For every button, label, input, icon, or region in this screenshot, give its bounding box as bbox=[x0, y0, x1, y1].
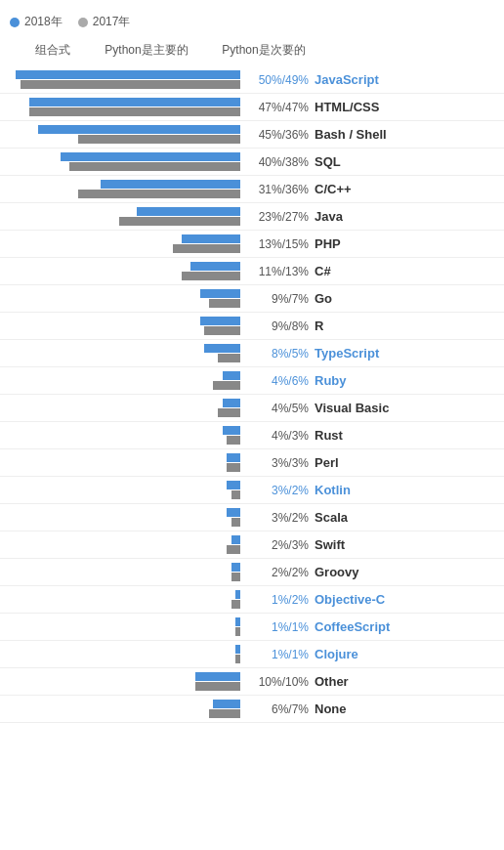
pct-label: 31%/36% bbox=[244, 183, 315, 196]
bar-wrapper bbox=[38, 125, 240, 144]
lang-label: Ruby bbox=[315, 373, 412, 388]
lang-label: Rust bbox=[315, 428, 412, 443]
bar-secondary-2017 bbox=[227, 436, 240, 445]
lang-label: PHP bbox=[315, 236, 412, 251]
table-row: 8%/5% TypeScript bbox=[0, 340, 504, 367]
bar-secondary-2017 bbox=[173, 244, 240, 253]
bar-primary-2018 bbox=[227, 508, 240, 517]
bar-primary-2018 bbox=[38, 125, 240, 134]
table-row: 3%/2% Kotlin bbox=[0, 477, 504, 504]
bar-wrapper bbox=[200, 317, 240, 335]
bar-secondary-2017 bbox=[195, 682, 240, 691]
pct-label: 1%/2% bbox=[244, 593, 315, 607]
pct-label: 3%/2% bbox=[244, 511, 315, 525]
bar-container bbox=[10, 481, 244, 499]
bar-wrapper bbox=[227, 508, 240, 527]
lang-label: Objective-C bbox=[315, 592, 412, 607]
table-row: 2%/2% Groovy bbox=[0, 559, 504, 586]
bar-container bbox=[10, 563, 244, 581]
bar-primary-2018 bbox=[61, 152, 240, 161]
table-row: 3%/3% Perl bbox=[0, 449, 504, 477]
lang-label: None bbox=[315, 701, 412, 716]
bar-primary-2018 bbox=[223, 399, 240, 407]
lang-label: Other bbox=[315, 674, 412, 689]
table-row: 13%/15% PHP bbox=[0, 231, 504, 258]
bar-container bbox=[10, 672, 244, 691]
pct-label: 4%/5% bbox=[244, 402, 315, 415]
bar-secondary-2017 bbox=[235, 655, 240, 663]
bar-container bbox=[10, 125, 244, 144]
pct-label: 40%/38% bbox=[244, 155, 315, 169]
bar-wrapper bbox=[231, 563, 240, 581]
bar-primary-2018 bbox=[213, 700, 240, 708]
pct-label: 9%/7% bbox=[244, 292, 315, 306]
bar-wrapper bbox=[213, 371, 240, 390]
bar-container bbox=[10, 317, 244, 335]
bar-wrapper bbox=[235, 617, 240, 636]
bar-secondary-2017 bbox=[209, 709, 240, 718]
pct-label: 50%/49% bbox=[244, 73, 315, 87]
bar-container bbox=[10, 617, 244, 636]
bar-primary-2018 bbox=[227, 481, 240, 489]
legend-dot-2017 bbox=[78, 18, 88, 27]
bar-primary-2018 bbox=[16, 70, 240, 79]
bar-secondary-2017 bbox=[231, 573, 240, 581]
table-row: 4%/5% Visual Basic bbox=[0, 395, 504, 422]
bar-primary-2018 bbox=[190, 262, 240, 271]
lang-label: Scala bbox=[315, 510, 412, 525]
bar-wrapper bbox=[227, 535, 240, 554]
lang-label: TypeScript bbox=[315, 346, 412, 361]
bar-primary-2018 bbox=[235, 590, 240, 599]
pct-label: 3%/3% bbox=[244, 456, 315, 470]
bar-wrapper bbox=[204, 344, 240, 362]
header-primary: Python是主要的 bbox=[88, 42, 205, 59]
bar-wrapper bbox=[29, 98, 240, 116]
header-secondary: Python是次要的 bbox=[205, 42, 322, 59]
legend-dot-2018 bbox=[10, 18, 20, 27]
bar-container bbox=[10, 207, 244, 226]
pct-label: 6%/7% bbox=[244, 702, 315, 716]
lang-label: SQL bbox=[315, 154, 412, 169]
bar-wrapper bbox=[218, 399, 240, 417]
bar-container bbox=[10, 234, 244, 253]
bar-secondary-2017 bbox=[227, 545, 240, 554]
lang-label: Kotlin bbox=[315, 483, 412, 497]
bar-primary-2018 bbox=[235, 645, 240, 654]
bar-wrapper bbox=[78, 180, 240, 198]
bar-primary-2018 bbox=[231, 535, 240, 544]
legend-2017: 2017年 bbox=[78, 14, 131, 30]
bar-primary-2018 bbox=[29, 98, 240, 106]
table-row: 6%/7% None bbox=[0, 696, 504, 723]
legend-label-2018: 2018年 bbox=[24, 14, 63, 30]
table-row: 23%/27% Java bbox=[0, 203, 504, 231]
lang-label: C# bbox=[315, 264, 412, 278]
table-row: 40%/38% SQL bbox=[0, 149, 504, 176]
pct-label: 45%/36% bbox=[244, 128, 315, 142]
bar-secondary-2017 bbox=[29, 107, 240, 116]
lang-label: Clojure bbox=[315, 647, 412, 661]
table-row: 10%/10% Other bbox=[0, 668, 504, 696]
bar-primary-2018 bbox=[200, 317, 240, 325]
bar-wrapper bbox=[182, 262, 240, 280]
lang-label: Visual Basic bbox=[315, 401, 412, 415]
lang-label: CoffeeScript bbox=[315, 619, 412, 634]
bar-wrapper bbox=[227, 481, 240, 499]
bar-primary-2018 bbox=[195, 672, 240, 681]
bar-wrapper bbox=[195, 672, 240, 691]
bar-wrapper bbox=[16, 70, 240, 89]
bar-wrapper bbox=[209, 700, 240, 718]
table-row: 31%/36% C/C++ bbox=[0, 176, 504, 203]
bar-container bbox=[10, 289, 244, 308]
bar-primary-2018 bbox=[204, 344, 240, 353]
lang-label: Java bbox=[315, 209, 412, 224]
lang-label: Groovy bbox=[315, 565, 412, 579]
pct-label: 1%/1% bbox=[244, 620, 315, 634]
table-row: 3%/2% Scala bbox=[0, 504, 504, 531]
bar-container bbox=[10, 453, 244, 472]
pct-label: 8%/5% bbox=[244, 347, 315, 361]
bar-secondary-2017 bbox=[21, 80, 240, 89]
bar-secondary-2017 bbox=[78, 135, 240, 144]
bar-wrapper bbox=[173, 234, 240, 253]
table-row: 1%/1% CoffeeScript bbox=[0, 614, 504, 641]
header-row: 组合式 Python是主要的 Python是次要的 bbox=[0, 38, 504, 63]
